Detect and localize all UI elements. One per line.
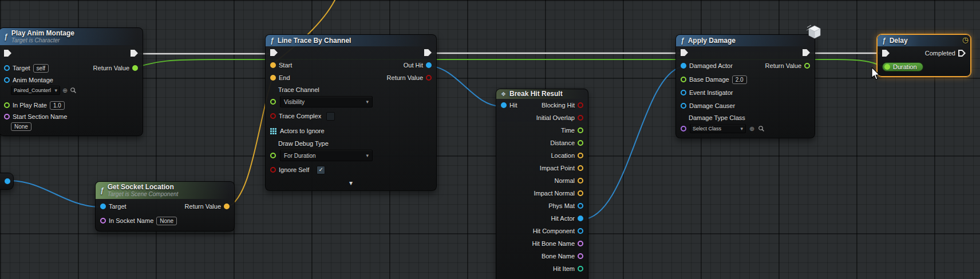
node-header[interactable]: ƒ Play Anim Montage Target is Character <box>0 28 143 45</box>
end-pin[interactable] <box>270 75 276 81</box>
pin-row: Hit Component <box>496 225 588 237</box>
target-value-field[interactable]: self <box>33 64 49 73</box>
trace-channel-dropdown[interactable]: Visibility ▾ <box>280 96 373 107</box>
start-section-name-pin[interactable] <box>4 114 10 119</box>
node-header[interactable]: ƒ Line Trace By Channel <box>266 35 436 46</box>
exec-out-pin[interactable] <box>424 49 432 56</box>
damage-type-class-pin[interactable] <box>681 126 686 131</box>
in-play-rate-field[interactable]: 1.0 <box>50 101 65 110</box>
browse-asset-icon[interactable] <box>70 87 77 94</box>
trace-complex-pin[interactable] <box>270 113 276 119</box>
hit-item-pin[interactable] <box>578 266 583 272</box>
exec-in-pin[interactable] <box>4 50 11 57</box>
start-pin[interactable] <box>270 62 276 68</box>
use-selected-asset-icon[interactable]: ⊕ <box>62 87 68 94</box>
impact-point-pin[interactable] <box>578 165 583 171</box>
return-value-pin[interactable] <box>132 65 138 71</box>
expand-node-button[interactable]: ▾ <box>349 180 353 186</box>
node-break-hit-result[interactable]: ❖ Break Hit Result Hit Blocking Hit Init… <box>496 89 588 279</box>
damage-causer-pin[interactable] <box>681 103 686 109</box>
ignore-self-label: Ignore Self <box>279 166 309 173</box>
damaged-actor-pin[interactable] <box>681 63 686 69</box>
return-value-pin[interactable] <box>426 75 432 81</box>
blocking-hit-pin[interactable] <box>578 102 583 108</box>
node-apply-damage[interactable]: ƒ Apply Damage Damaged Actor Return Valu… <box>675 34 815 138</box>
pin-row: Damaged Actor Return Value <box>676 59 815 73</box>
bone-name-pin[interactable] <box>578 253 583 259</box>
pin-row: Phys Mat <box>496 200 588 212</box>
node-line-trace-by-channel[interactable]: ƒ Line Trace By Channel Start Out Hit En… <box>265 34 437 191</box>
start-section-name-field[interactable]: None <box>11 122 31 131</box>
chevron-down-icon: ▾ <box>366 153 369 158</box>
trace-complex-label: Trace Complex <box>279 113 321 119</box>
exec-in-pin[interactable] <box>882 50 890 57</box>
base-damage-field[interactable]: 2.0 <box>732 75 747 84</box>
target-in-pin[interactable] <box>4 65 10 71</box>
node-subtitle: Target is Character <box>11 37 74 43</box>
return-value-pin[interactable] <box>804 63 810 69</box>
location-pin[interactable] <box>578 153 583 158</box>
use-selected-class-icon[interactable]: ⊕ <box>749 126 754 132</box>
array-pin-icon[interactable] <box>270 128 276 134</box>
in-socket-name-pin[interactable] <box>100 218 106 224</box>
distance-pin[interactable] <box>578 140 583 146</box>
damage-type-class-label: Damage Type Class <box>689 114 745 121</box>
return-value-label: Return Value <box>765 62 801 69</box>
trace-channel-pin[interactable] <box>270 99 276 105</box>
pin-row: Initial Overlap <box>496 111 588 124</box>
impact-normal-pin[interactable] <box>578 190 583 196</box>
pin-row: In Play Rate 1.0 <box>0 99 143 111</box>
stub-out-pin[interactable] <box>5 178 10 184</box>
node-header[interactable]: ƒ Apply Damage <box>676 35 815 46</box>
node-delay[interactable]: ƒ Delay ◷ Completed Duration <box>877 34 971 77</box>
blueprint-graph[interactable]: ƒ Play Anim Montage Target is Character … <box>0 0 980 279</box>
anim-montage-pin[interactable] <box>4 77 10 83</box>
exec-out-pin[interactable] <box>131 50 138 57</box>
node-titles: Play Anim Montage Target is Character <box>11 30 74 43</box>
event-instigator-pin[interactable] <box>681 90 686 95</box>
node-header[interactable]: ƒ Get Socket Location Target is Scene Co… <box>96 182 234 199</box>
hit-component-label: Hit Component <box>533 228 575 234</box>
node-play-anim-montage[interactable]: ƒ Play Anim Montage Target is Character … <box>0 27 143 136</box>
start-label: Start <box>279 62 292 69</box>
draw-debug-type-pin[interactable] <box>270 153 276 158</box>
node-header[interactable]: ❖ Break Hit Result <box>496 89 588 99</box>
pin-row: For Duration ▾ <box>266 149 436 162</box>
damage-type-class-dropdown[interactable]: Select Class ▾ <box>690 124 746 133</box>
phys-mat-pin[interactable] <box>578 203 583 209</box>
return-value-pin[interactable] <box>224 204 230 209</box>
chevron-down-icon: ▾ <box>54 87 57 93</box>
in-play-rate-pin[interactable] <box>4 102 10 108</box>
exec-in-pin[interactable] <box>270 49 278 56</box>
normal-pin[interactable] <box>578 178 583 184</box>
node-get-socket-location[interactable]: ƒ Get Socket Location Target is Scene Co… <box>95 181 235 232</box>
base-damage-pin[interactable] <box>681 77 686 82</box>
trace-complex-checkbox[interactable] <box>326 112 335 121</box>
out-hit-pin[interactable] <box>426 62 432 68</box>
exec-in-pin[interactable] <box>681 49 688 56</box>
pin-row: Target self Return Value <box>0 61 143 75</box>
pin-row: Base Damage 2.0 <box>676 73 815 86</box>
anim-montage-dropdown[interactable]: Paired_Counterl ▾ <box>11 86 60 95</box>
node-offscreen-stub[interactable] <box>0 173 14 190</box>
pin-row: Duration <box>878 60 970 76</box>
completed-exec-pin[interactable] <box>958 50 966 57</box>
node-header[interactable]: ƒ Delay ◷ <box>878 35 970 46</box>
hit-bone-name-pin[interactable] <box>578 241 583 246</box>
draw-debug-type-dropdown[interactable]: For Duration ▾ <box>280 150 373 161</box>
browse-class-icon[interactable] <box>758 125 765 132</box>
ignore-self-pin[interactable] <box>270 167 276 173</box>
ignore-self-checkbox[interactable]: ✓ <box>317 166 325 174</box>
hit-in-pin[interactable] <box>501 102 507 108</box>
actor-cube-icon <box>806 24 822 40</box>
node-title: Line Trace By Channel <box>278 37 351 45</box>
exec-out-pin[interactable] <box>803 49 810 56</box>
hit-actor-pin[interactable] <box>578 216 583 221</box>
target-in-pin[interactable] <box>100 204 106 209</box>
hit-component-pin[interactable] <box>578 228 583 234</box>
in-socket-name-field[interactable]: None <box>156 217 177 225</box>
initial-overlap-pin[interactable] <box>578 115 583 121</box>
duration-pin[interactable] <box>884 64 890 70</box>
pin-row: Anim Montage <box>0 75 143 85</box>
time-pin[interactable] <box>578 127 583 133</box>
